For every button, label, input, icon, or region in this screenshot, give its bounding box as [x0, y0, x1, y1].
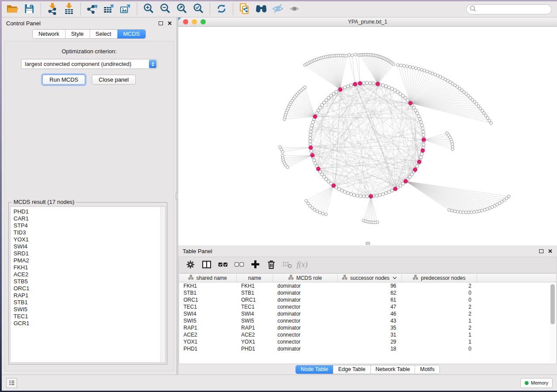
- cell[interactable]: RAP1: [237, 325, 273, 331]
- cell[interactable]: 43: [338, 318, 402, 324]
- cell[interactable]: TEC1: [237, 304, 273, 310]
- cell[interactable]: SWI5: [237, 318, 273, 324]
- cell[interactable]: 2: [402, 283, 477, 289]
- import-table-button[interactable]: [61, 2, 77, 16]
- deselect-all-button[interactable]: [233, 259, 245, 271]
- zoom-in-button[interactable]: [140, 2, 157, 16]
- mcds-result-item[interactable]: STB1: [14, 299, 165, 306]
- close-panel-button[interactable]: Close panel: [92, 75, 136, 85]
- cell[interactable]: ORC1: [179, 297, 237, 303]
- close-table-panel-icon[interactable]: ✕: [548, 248, 553, 254]
- search-input[interactable]: [478, 6, 548, 12]
- minimize-window-icon[interactable]: [192, 19, 197, 24]
- mcds-result-item[interactable]: SWI5: [14, 306, 165, 313]
- mcds-result-item[interactable]: FKH1: [14, 264, 165, 271]
- cell[interactable]: 29: [338, 339, 402, 345]
- delete-column-button[interactable]: [266, 259, 277, 271]
- cell[interactable]: SWI4: [237, 311, 273, 317]
- cell[interactable]: 31: [338, 332, 402, 338]
- network-window-titlebar[interactable]: YPA_prune.txt_1: [178, 17, 557, 27]
- export-network-button[interactable]: [84, 2, 100, 16]
- cell[interactable]: dominator: [273, 311, 338, 317]
- zoom-out-button[interactable]: [157, 2, 173, 16]
- table-scrollbar[interactable]: [550, 283, 555, 362]
- cell[interactable]: 35: [338, 325, 402, 331]
- cell[interactable]: STB1: [179, 290, 237, 296]
- cell[interactable]: 1: [402, 332, 477, 338]
- mcds-result-item[interactable]: TEC1: [14, 313, 165, 320]
- cell[interactable]: ACE2: [237, 332, 273, 338]
- table-row-YOX1[interactable]: YOX1YOX1connector291: [179, 338, 556, 345]
- delete-table-button[interactable]: [282, 259, 293, 271]
- column-header-name[interactable]: name: [237, 274, 273, 282]
- table-row-SWI5[interactable]: SWI5SWI5connector431: [179, 317, 556, 324]
- cell[interactable]: 2: [402, 304, 477, 310]
- hide-selected-button[interactable]: [270, 2, 286, 16]
- maximize-window-icon[interactable]: [201, 19, 206, 24]
- column-header-predecessor-nodes[interactable]: predecessor nodes: [402, 274, 477, 282]
- cell[interactable]: YOX1: [179, 339, 237, 345]
- add-column-button[interactable]: [249, 259, 261, 271]
- cell[interactable]: connector: [273, 318, 338, 324]
- mcds-result-item[interactable]: YOX1: [14, 236, 165, 243]
- run-mcds-button[interactable]: Run MCDS: [42, 75, 85, 85]
- cell[interactable]: 46: [338, 311, 402, 317]
- float-panel-button[interactable]: [159, 21, 163, 25]
- cell[interactable]: ACE2: [179, 332, 237, 338]
- first-neighbors-button[interactable]: [253, 2, 270, 16]
- cell[interactable]: 2: [402, 325, 477, 331]
- cell[interactable]: SWI5: [179, 318, 237, 324]
- table-row-STB1[interactable]: STB1STB1dominator620: [179, 289, 556, 296]
- column-header-MCDS-role[interactable]: MCDS role: [273, 274, 338, 282]
- mcds-result-item[interactable]: ORC1: [14, 285, 165, 292]
- column-settings-button[interactable]: [185, 259, 196, 271]
- show-all-button[interactable]: [286, 2, 303, 16]
- cell[interactable]: dominator: [273, 283, 338, 289]
- mcds-result-item[interactable]: SWI4: [14, 243, 165, 250]
- mcds-result-item[interactable]: GCR1: [14, 320, 165, 327]
- column-header-successor-nodes[interactable]: successor nodes: [338, 274, 402, 282]
- select-all-button[interactable]: [217, 259, 228, 271]
- cell[interactable]: 61: [338, 297, 402, 303]
- cell[interactable]: SWI4: [179, 311, 237, 317]
- result-list-scrollbar[interactable]: [160, 207, 165, 362]
- table-tab-edge-table[interactable]: Edge Table: [333, 365, 370, 374]
- cell[interactable]: dominator: [273, 290, 338, 296]
- export-table-button[interactable]: [100, 2, 117, 16]
- cell[interactable]: 18: [338, 346, 402, 352]
- function-builder-button[interactable]: f(x): [298, 259, 309, 271]
- close-panel-icon[interactable]: ✕: [167, 21, 172, 26]
- mcds-result-list[interactable]: PHD1CAR1STP4TID3YOX1SWI4SRD1PMA2FKH1ACE2…: [10, 206, 166, 363]
- column-header-shared-name[interactable]: shared name: [179, 274, 237, 282]
- import-network-button[interactable]: [44, 2, 61, 16]
- zoom-selected-button[interactable]: [190, 2, 207, 16]
- tab-style[interactable]: Style: [66, 30, 90, 38]
- mcds-result-item[interactable]: PMA2: [14, 257, 165, 264]
- cell[interactable]: connector: [273, 339, 338, 345]
- refresh-layout-button[interactable]: [213, 2, 230, 16]
- optimization-criterion-select[interactable]: largest connected component (undirected): [21, 59, 157, 69]
- mcds-result-item[interactable]: SRD1: [14, 250, 165, 257]
- table-row-FKH1[interactable]: FKH1FKH1dominator962: [179, 282, 556, 289]
- mcds-result-item[interactable]: TID3: [14, 229, 165, 236]
- cell[interactable]: dominator: [273, 346, 338, 352]
- cell[interactable]: 2: [402, 311, 477, 317]
- cell[interactable]: 47: [338, 304, 402, 310]
- columns-view-button[interactable]: [201, 259, 212, 271]
- search-box[interactable]: [466, 4, 552, 14]
- cell[interactable]: 62: [338, 290, 402, 296]
- cell[interactable]: 0: [402, 290, 477, 296]
- cell[interactable]: RAP1: [179, 325, 237, 331]
- table-scrollbar-thumb[interactable]: [550, 284, 555, 324]
- copy-network-button[interactable]: [236, 2, 253, 16]
- save-session-button[interactable]: [21, 2, 38, 16]
- cell[interactable]: 96: [338, 283, 402, 289]
- cell[interactable]: 1: [402, 318, 477, 324]
- horizontal-splitter-grip[interactable]: [366, 242, 370, 245]
- cell[interactable]: YOX1: [237, 339, 273, 345]
- memory-button[interactable]: Memory: [520, 378, 553, 388]
- tab-select[interactable]: Select: [90, 30, 118, 38]
- table-row-ACE2[interactable]: ACE2ACE2connector311: [179, 331, 556, 338]
- cell[interactable]: PHD1: [179, 346, 237, 352]
- table-row-RAP1[interactable]: RAP1RAP1dominator352: [179, 324, 556, 331]
